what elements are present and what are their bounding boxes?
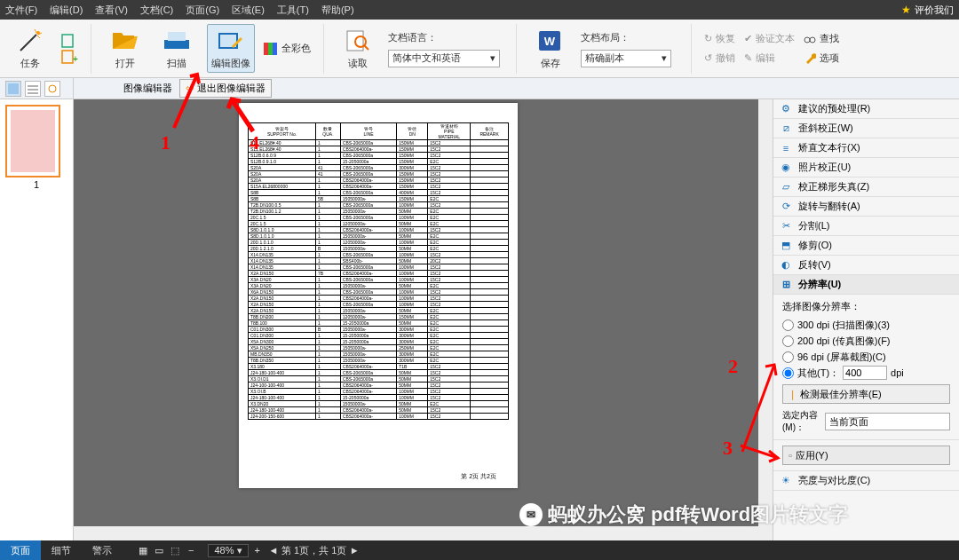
star-icon: ★ [901,4,911,16]
rp-item[interactable]: ≡矫直文本行(X) [773,138,959,158]
menu-item[interactable]: 帮助(P) [321,4,354,17]
doc-icon[interactable] [60,34,78,48]
document-table: 管架号SUPPORT No.数量QUA.管号LINE管径DN管道材料PIPEMA… [248,122,509,420]
scanner-icon [162,29,191,52]
vertical-scrollbar[interactable] [758,99,773,540]
menu-bar: 文件(F)编辑(D)查看(V)文档(C)页面(G)区域(E)工具(T)帮助(P)… [0,0,959,20]
menu-item[interactable]: 工具(T) [277,4,309,17]
fullcolor-option[interactable]: 全彩色 [264,41,311,57]
watermark: ✉ 蚂蚁办公窝 pdf转Word图片转文字 [519,501,848,528]
image-editor-label: 图像编辑器 [116,82,179,95]
zoom-grid-icon[interactable]: ▦ [135,545,151,556]
tab-warn[interactable]: 警示 [82,540,123,560]
zoom-fit-icon[interactable]: ⬚ [167,545,183,556]
tab-detail[interactable]: 细节 [41,540,82,560]
rp-item[interactable]: ⟳旋转与翻转(A) [773,197,959,217]
radio-200dpi[interactable]: 200 dpi (传真图像)(F) [782,333,950,349]
chevron-down-icon: ▾ [490,52,495,64]
svg-rect-3 [62,51,73,63]
nav-prev[interactable]: ◄ [266,545,281,556]
svg-rect-5 [164,40,189,49]
svg-point-17 [804,37,810,43]
svg-point-18 [810,37,815,43]
scope-select[interactable]: 当前页面 [825,413,950,430]
undo-button: ↺撤销 [704,51,735,67]
menu-item[interactable]: 页面(G) [186,4,219,17]
zoom-select[interactable]: 48% ▾ [208,544,249,557]
panel-item-icon: ⬒ [779,239,793,253]
layout-select[interactable]: 精确副本▾ [581,50,671,67]
scan-button[interactable]: 扫描 [155,27,198,70]
menu-item[interactable]: 编辑(D) [50,4,83,17]
rp-item[interactable]: ◉照片校正(U) [773,158,959,177]
menu-item[interactable]: 文档(C) [140,4,173,17]
status-bar: 页面 细节 警示 ▦ ▭ ⬚ − 48% ▾ + ◄ 第 1页，共 1页 ► [0,540,959,560]
right-panel: ⚙建议的预处理(R)⧄歪斜校正(W)≡矫直文本行(X)◉照片校正(U)▱校正梯形… [773,99,959,540]
view-details[interactable] [25,81,41,97]
rp-item[interactable]: ⊞分辨率(U) [773,275,959,295]
view-thumbnails[interactable] [5,81,21,97]
svg-rect-2 [62,35,73,47]
detect-resolution-button[interactable]: ❘检测最佳分辨率(E) [782,384,950,404]
svg-rect-9 [264,43,268,55]
save-button[interactable]: W 保存 [529,27,572,70]
page-footer: 第 2页 共2页 [461,472,496,481]
play-icon: ▫ [789,450,792,461]
chevron-down-icon: ▾ [662,52,667,64]
options-button[interactable]: 选项 [804,51,839,67]
menu-item[interactable]: 文件(F) [5,4,37,17]
magnify-doc-icon [345,29,371,52]
open-button[interactable]: 打开 [104,27,147,70]
rp-item[interactable]: ◐反转(V) [773,256,959,275]
task-button[interactable]: 任务 [9,27,52,70]
rp-item[interactable]: ▱校正梯形失真(Z) [773,177,959,197]
svg-line-14 [364,45,369,50]
sun-icon: ☀ [779,474,793,488]
back-arrow-icon: ⇦ [186,83,194,94]
rp-item[interactable]: ⚙建议的预处理(R) [773,99,959,119]
read-button[interactable]: 读取 [337,27,379,70]
pencil-icon: ✎ [744,52,752,64]
tab-page[interactable]: 页面 [0,540,41,560]
radio-other[interactable]: 其他(T)： dpi [782,365,950,381]
brightness-item[interactable]: ☀亮度与对比度(C) [773,471,959,491]
panel-item-icon: ⚙ [779,102,793,116]
panel-item-icon: ⊞ [779,278,793,292]
svg-text:+: + [73,54,78,64]
sub-toolbar: 图像编辑器 ⇦退出图像编辑器 [0,78,959,99]
rate-us[interactable]: ★评价我们 [901,4,954,17]
svg-text:W: W [544,35,556,48]
check-icon: ✔ [744,33,752,44]
ribbon-toolbar: 任务 + 打开 扫描 编辑图像 全彩色 读取 文档语言： 简体中文和英语▾ W … [0,20,959,78]
zoom-single-icon[interactable]: ▭ [151,545,167,556]
doclang-select[interactable]: 简体中文和英语▾ [388,50,500,67]
image-pencil-icon [218,30,244,51]
menu-item[interactable]: 区域(E) [232,4,265,17]
word-icon: W [537,28,564,53]
panel-item-icon: ◉ [779,161,793,175]
scope-label: 选定内容(M)： [782,409,821,434]
apply-button[interactable]: ▫应用(Y) [782,446,950,465]
doc-plus-icon[interactable]: + [60,50,78,64]
view-settings[interactable] [44,81,60,97]
rp-item[interactable]: ⬒修剪(O) [773,236,959,256]
menu-item[interactable]: 查看(V) [95,4,128,17]
bulb-icon: ❘ [789,389,797,400]
binoculars-icon [804,33,816,45]
horizontal-scrollbar[interactable] [74,526,773,540]
rp-item[interactable]: ⧄歪斜校正(W) [773,119,959,138]
find-button[interactable]: 查找 [804,31,839,47]
other-dpi-input[interactable] [843,366,887,380]
radio-300dpi[interactable]: 300 dpi (扫描图像)(3) [782,317,950,333]
layout-label: 文档布局： [581,31,630,44]
page-thumbnail[interactable] [5,105,60,177]
panel-item-icon: ▱ [779,180,793,194]
gear-icon [47,83,58,94]
radio-96dpi[interactable]: 96 dpi (屏幕截图)(C) [782,349,950,365]
thumbnail-number: 1 [5,179,67,190]
rp-item[interactable]: ✂分割(L) [773,217,959,236]
nav-next[interactable]: ► [346,545,362,556]
workspace[interactable]: 管架号SUPPORT No.数量QUA.管号LINE管径DN管道材料PIPEMA… [74,99,773,540]
exit-editor-button[interactable]: ⇦退出图像编辑器 [179,79,272,98]
edit-image-button[interactable]: 编辑图像 [207,24,255,73]
